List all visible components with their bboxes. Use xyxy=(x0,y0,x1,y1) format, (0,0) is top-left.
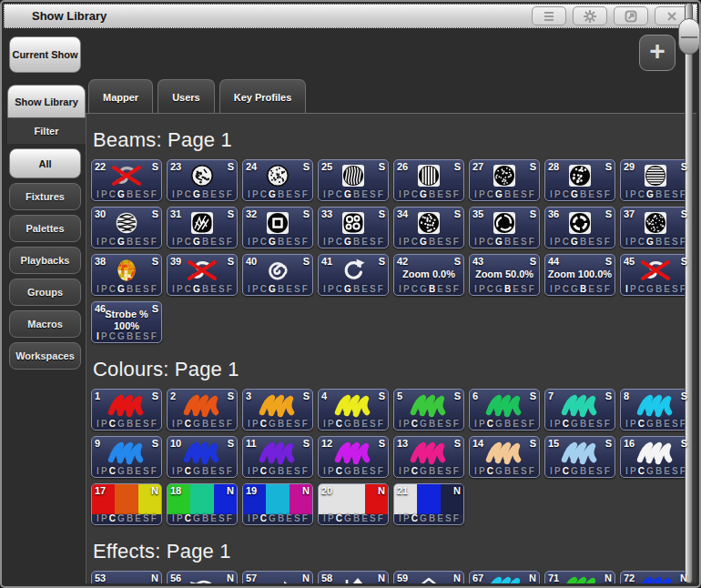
attribute-letters: IPCGBESF xyxy=(545,419,615,429)
attribute-letter: P xyxy=(101,513,107,523)
palette-tile[interactable]: 67N IPCGBESF xyxy=(469,571,540,583)
attribute-letter: C xyxy=(109,331,116,341)
palette-tile[interactable]: 32SIPCGBESF xyxy=(242,207,313,248)
scrollbar-thumb[interactable] xyxy=(678,18,700,55)
palette-tile[interactable]: 23SIPCGBESF xyxy=(167,159,238,201)
tile-flag: N xyxy=(227,485,234,496)
palette-tile[interactable]: 72N IPCGBESF xyxy=(620,571,691,583)
sidebar-item-workspaces[interactable]: Workspaces xyxy=(9,342,81,370)
attribute-letter: B xyxy=(429,419,435,429)
palette-tile[interactable]: 24SIPCGBESF xyxy=(242,159,313,201)
palette-tile[interactable]: 20NIPCGBESF xyxy=(318,483,389,525)
sidebar-item-all[interactable]: All xyxy=(9,148,81,178)
menu-button[interactable] xyxy=(532,6,566,25)
palette-tile[interactable]: 10S IPCGBESF xyxy=(167,436,238,478)
attribute-letter: E xyxy=(437,466,443,476)
tile-flag: S xyxy=(228,208,234,219)
tab-show-library[interactable]: Show Library xyxy=(7,85,86,117)
palette-tile[interactable]: 12S IPCGBESF xyxy=(318,436,389,478)
attribute-letter: E xyxy=(437,419,443,429)
palette-tile[interactable]: 21NIPCGBESF xyxy=(393,483,464,525)
palette-tile[interactable]: 27SIPCGBESF xyxy=(469,159,540,201)
palette-tile[interactable]: 42SZoom 0.0%IPCGBESF xyxy=(393,254,464,296)
attribute-letter: B xyxy=(278,189,284,199)
palette-tile[interactable]: 53NIPCGBESF xyxy=(91,571,162,583)
palette-tile[interactable]: 58NIPCGBESF xyxy=(318,571,389,583)
palette-tile[interactable]: 28SIPCGBESF xyxy=(544,159,615,201)
attribute-letter: E xyxy=(286,513,292,523)
palette-tile[interactable]: 22S IPCGBESF xyxy=(91,159,162,201)
palette-tile[interactable]: 40SIPCGBESF xyxy=(242,254,313,296)
palette-tile[interactable]: 6S IPCGBESF xyxy=(469,389,540,431)
palette-tile[interactable]: 71N IPCGBESF xyxy=(544,571,615,583)
palette-tile[interactable]: 57NIPCGBESF xyxy=(242,571,313,583)
sidebar-item-palettes[interactable]: Palettes xyxy=(9,215,81,242)
settings-button[interactable] xyxy=(573,6,607,25)
palette-tile[interactable]: 8S IPCGBESF xyxy=(620,389,691,431)
sidebar-item-groups[interactable]: Groups xyxy=(9,279,81,306)
palette-tile[interactable]: 25SIPCGBESF xyxy=(318,159,389,201)
tile-number: 25 xyxy=(321,161,332,172)
palette-tile[interactable]: 26SIPCGBESF xyxy=(393,159,464,201)
tile-number: 31 xyxy=(170,208,181,219)
attribute-letter: E xyxy=(286,466,292,476)
palette-tile[interactable]: 5S IPCGBESF xyxy=(393,389,464,431)
palette-tile[interactable]: 11S IPCGBESF xyxy=(242,436,313,478)
section: Effects: Page 153NIPCGBESF56NIPCGBESF57N… xyxy=(91,540,696,583)
add-workspace-button[interactable]: + xyxy=(639,35,676,71)
palette-tile[interactable]: 36SIPCGBESF xyxy=(544,207,615,248)
palette-tile[interactable]: 3S IPCGBESF xyxy=(242,389,313,431)
palette-tile[interactable]: 44SZoom 100.0%IPCGBESF xyxy=(544,254,615,296)
attribute-letter: G xyxy=(420,419,427,429)
sidebar-item-playbacks[interactable]: Playbacks xyxy=(9,247,81,274)
palette-tile[interactable]: 16S IPCGBESF xyxy=(620,436,691,478)
attribute-letter: B xyxy=(202,513,208,523)
attribute-letter: F xyxy=(378,419,383,429)
palette-tile[interactable]: 18NIPCGBESF xyxy=(167,483,238,525)
palette-tile[interactable]: 30SIPCGBESF xyxy=(91,207,162,248)
tab-users[interactable]: Users xyxy=(157,79,215,114)
tile-flag: S xyxy=(681,438,687,449)
palette-tile[interactable]: 56NIPCGBESF xyxy=(167,571,238,583)
tile-number: 46 xyxy=(95,303,106,314)
sidebar-item-fixtures[interactable]: Fixtures xyxy=(9,183,81,210)
palette-tile[interactable]: 37SIPCGBESF xyxy=(620,207,691,248)
palette-tile[interactable]: 29SIPCGBESF xyxy=(620,159,691,201)
attribute-letter: E xyxy=(513,237,519,247)
palette-tile[interactable]: 14S IPCGBESF xyxy=(469,436,540,478)
attribute-letter: P xyxy=(101,284,107,294)
sidebar-item-macros[interactable]: Macros xyxy=(9,310,81,338)
palette-tile[interactable]: 45S IPCGBESF xyxy=(620,254,691,296)
palette-tile[interactable]: 33SIPCGBESF xyxy=(318,207,389,248)
palette-tile[interactable]: 15S IPCGBESF xyxy=(544,436,615,478)
palette-tile[interactable]: 31SIPCGBESF xyxy=(167,207,238,248)
palette-tile[interactable]: 1S IPCGBESF xyxy=(91,389,162,431)
undock-button[interactable] xyxy=(614,6,648,25)
palette-tile[interactable]: 39S IPCGBESF xyxy=(167,254,238,296)
palette-tile[interactable]: 13S IPCGBESF xyxy=(393,436,464,478)
attribute-letter: F xyxy=(302,419,308,429)
palette-tile[interactable]: 43SZoom 50.0%IPCGBESF xyxy=(469,254,540,296)
tab-key-profiles[interactable]: Key Profiles xyxy=(219,79,307,114)
palette-tile[interactable]: 9S IPCGBESF xyxy=(91,436,162,478)
palette-tile[interactable]: 4S IPCGBESF xyxy=(318,389,389,431)
attribute-letter: G xyxy=(117,331,125,341)
tile-flag: N xyxy=(529,573,536,583)
attribute-letter: B xyxy=(580,284,586,294)
palette-tile[interactable]: 38SIPCGBESF xyxy=(91,254,162,296)
palette-tile[interactable]: 2S IPCGBESF xyxy=(167,389,238,431)
palette-tile[interactable]: 59NIPCGBESF xyxy=(393,571,464,583)
attribute-letter: I xyxy=(625,466,628,476)
palette-tile[interactable]: 19NIPCGBESF xyxy=(242,483,313,525)
palette-tile[interactable]: 7S IPCGBESF xyxy=(544,389,615,431)
titlebar[interactable]: Show Library xyxy=(4,4,697,28)
palette-tile[interactable]: 46SStrobe %100%IPCGBESF xyxy=(91,301,162,343)
current-show-button[interactable]: Current Show xyxy=(9,36,81,73)
attribute-letters: IPCGBESF xyxy=(621,419,690,429)
palette-tile[interactable]: 34SIPCGBESF xyxy=(393,207,464,248)
palette-tile[interactable]: 41SIPCGBESF xyxy=(318,254,389,296)
palette-tile[interactable]: 17NIPCGBESF xyxy=(91,483,162,525)
tab-mapper[interactable]: Mapper xyxy=(88,79,153,114)
palette-tile[interactable]: 35SIPCGBESF xyxy=(469,207,540,248)
attribute-letter: E xyxy=(513,284,519,294)
